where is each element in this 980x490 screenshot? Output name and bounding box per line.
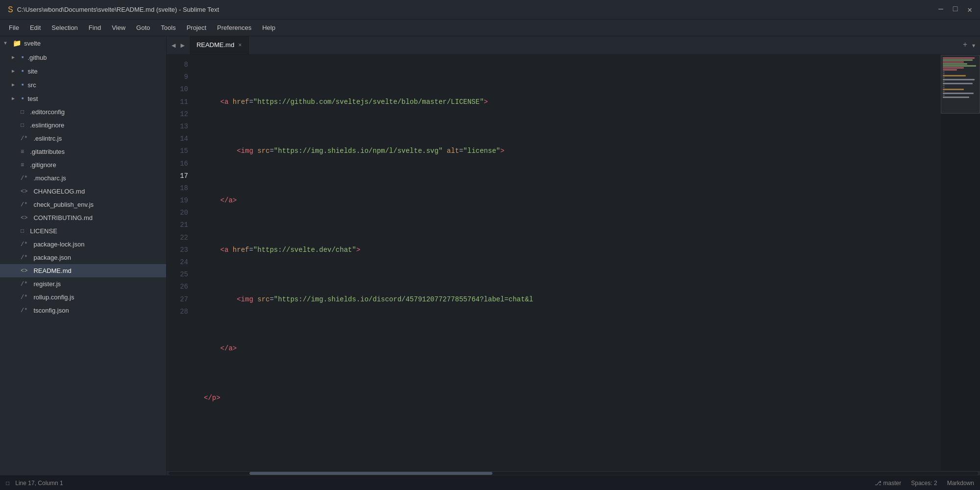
sidebar-label: src <box>27 81 36 89</box>
folder-icon: ▪ <box>21 95 24 102</box>
line-num: 17 <box>167 170 188 182</box>
line-num: 10 <box>167 83 188 96</box>
sidebar-item-changelog[interactable]: <> CHANGELOG.md <box>0 185 166 198</box>
line-num: 15 <box>167 145 188 157</box>
file-icon: <> <box>21 268 27 274</box>
file-icon: □ <box>21 109 24 116</box>
sidebar-item-register[interactable]: /* register.js <box>0 277 166 291</box>
sidebar-label: register.js <box>33 280 61 288</box>
sidebar-label: rollup.config.js <box>33 294 74 301</box>
line-num: 13 <box>167 121 188 133</box>
line-num: 21 <box>167 219 188 231</box>
folder-icon: 📁 <box>13 39 21 48</box>
menu-selection[interactable]: Selection <box>47 22 82 33</box>
branch-status[interactable]: ⎇ master <box>875 480 902 487</box>
menubar: File Edit Selection Find View Goto Tools… <box>0 20 980 36</box>
menu-project[interactable]: Project <box>182 22 211 33</box>
sidebar-label: check_publish_env.js <box>33 201 94 208</box>
code-line-14: </p> <box>204 392 941 404</box>
sidebar-label: .eslintignore <box>30 122 64 129</box>
line-num: 8 <box>167 59 188 71</box>
maximize-button[interactable]: □ <box>953 5 958 15</box>
code-line-13: </a> <box>204 343 941 355</box>
folder-arrow-icon <box>4 41 10 46</box>
sidebar-label: .gitattributes <box>30 148 65 155</box>
menu-preferences[interactable]: Preferences <box>212 22 256 33</box>
minimize-button[interactable]: — <box>938 5 943 15</box>
sidebar-label: package.json <box>33 254 71 261</box>
sidebar-item-package-lock[interactable]: /* package-lock.json <box>0 238 166 251</box>
tab-label: README.md <box>196 41 234 49</box>
sidebar-label: .mocharc.js <box>33 174 66 182</box>
tab-prev-button[interactable]: ◀ <box>170 40 177 50</box>
tab-next-button[interactable]: ▶ <box>178 40 186 50</box>
line-num: 24 <box>167 256 188 269</box>
folder-icon: ▪ <box>21 67 24 75</box>
sidebar-root-label: svelte <box>24 40 41 47</box>
line-num: 20 <box>167 207 188 219</box>
sidebar-item-editorconfig[interactable]: □ .editorconfig <box>0 105 166 119</box>
sidebar-label: .gitignore <box>30 161 56 169</box>
sidebar-item-license[interactable]: □ LICENSE <box>0 224 166 238</box>
sidebar-item-src[interactable]: ▪ src <box>0 78 166 92</box>
sidebar-item-test[interactable]: ▪ test <box>0 92 166 105</box>
close-button[interactable]: ✕ <box>967 5 972 15</box>
file-icon: /* <box>21 281 27 288</box>
scrollbar-track[interactable] <box>169 472 978 475</box>
sidebar-item-tsconfig[interactable]: /* tsconfig.json <box>0 304 166 317</box>
tab-list-button[interactable]: ▾ <box>971 41 976 50</box>
menu-edit[interactable]: Edit <box>25 22 46 33</box>
sidebar-label: CONTRIBUTING.md <box>33 214 93 221</box>
folder-arrow-icon <box>12 96 18 101</box>
minimap <box>941 55 980 470</box>
menu-view[interactable]: View <box>107 22 130 33</box>
folder-arrow-icon <box>12 54 18 60</box>
language-status[interactable]: Markdown <box>947 480 974 487</box>
menu-find[interactable]: Find <box>84 22 106 33</box>
editor-area: ◀ ▶ README.md × + ▾ 8 9 10 11 12 13 14 <box>167 36 980 475</box>
sidebar-item-gitignore[interactable]: ≡ .gitignore <box>0 158 166 172</box>
line-num: 14 <box>167 133 188 145</box>
file-icon: <> <box>21 215 27 221</box>
file-icon: ≡ <box>21 148 24 155</box>
sidebar-item-check-publish[interactable]: /* check_publish_env.js <box>0 198 166 211</box>
line-num: 25 <box>167 269 188 281</box>
code-content[interactable]: <a href="https://github.com/sveltejs/sve… <box>196 55 941 470</box>
menu-help[interactable]: Help <box>257 22 280 33</box>
tab-readme[interactable]: README.md × <box>190 36 249 54</box>
branch-name: master <box>883 480 902 487</box>
sidebar-item-eslintignore[interactable]: □ .eslintignore <box>0 119 166 132</box>
scrollbar-thumb[interactable] <box>249 472 492 475</box>
sidebar-item-mocharc[interactable]: /* .mocharc.js <box>0 172 166 185</box>
sidebar-label: LICENSE <box>30 227 57 235</box>
main-layout: 📁 svelte ▪ .github ▪ site ▪ src ▪ test <box>0 36 980 475</box>
sidebar-item-gitattributes[interactable]: ≡ .gitattributes <box>0 145 166 158</box>
file-icon: /* <box>21 175 27 182</box>
sidebar-item-github[interactable]: ▪ .github <box>0 50 166 64</box>
file-icon: /* <box>21 135 27 142</box>
menu-tools[interactable]: Tools <box>156 22 180 33</box>
folder-icon: ▪ <box>21 81 24 89</box>
menu-file[interactable]: File <box>4 22 24 33</box>
folder-arrow-icon <box>12 82 18 88</box>
line-num: 19 <box>167 195 188 207</box>
sidebar-root-svelte[interactable]: 📁 svelte <box>0 36 166 50</box>
line-numbers: 8 9 10 11 12 13 14 15 16 17 18 19 20 21 … <box>167 55 196 470</box>
menu-goto[interactable]: Goto <box>131 22 155 33</box>
file-icon: /* <box>21 254 27 261</box>
sidebar-item-contributing[interactable]: <> CONTRIBUTING.md <box>0 211 166 224</box>
line-column-status: Line 17, Column 1 <box>15 480 63 487</box>
spaces-status[interactable]: Spaces: 2 <box>911 480 937 487</box>
file-icon: <> <box>21 188 27 195</box>
sidebar-item-package-json[interactable]: /* package.json <box>0 251 166 264</box>
sidebar-item-site[interactable]: ▪ site <box>0 64 166 78</box>
line-num: 18 <box>167 182 188 195</box>
sidebar-item-eslintrc[interactable]: /* .eslintrc.js <box>0 132 166 145</box>
new-tab-button[interactable]: + <box>963 41 968 50</box>
horizontal-scrollbar[interactable] <box>167 470 980 475</box>
sidebar-item-rollup[interactable]: /* rollup.config.js <box>0 291 166 304</box>
code-editor[interactable]: 8 9 10 11 12 13 14 15 16 17 18 19 20 21 … <box>167 55 980 470</box>
sidebar-label: package-lock.json <box>33 241 84 248</box>
sidebar-item-readme[interactable]: <> README.md <box>0 264 166 277</box>
tab-close-button[interactable]: × <box>238 42 242 49</box>
